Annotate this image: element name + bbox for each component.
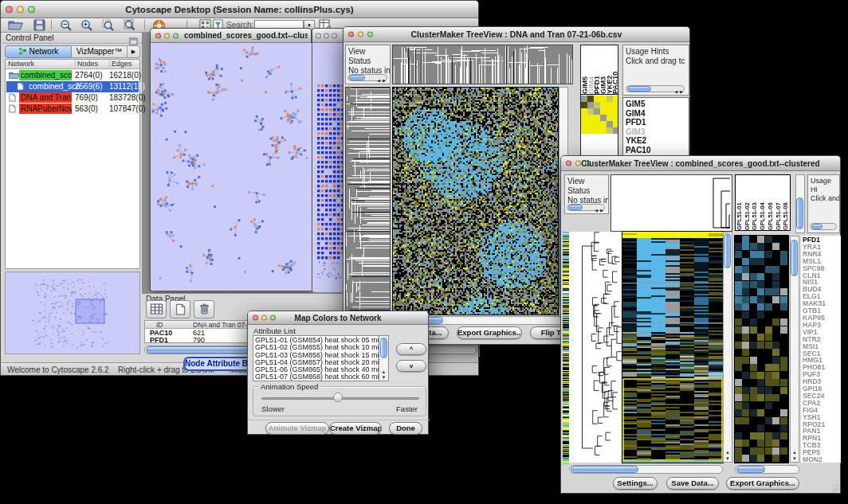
zoom-in-button[interactable] [79,19,95,32]
matrix-cell[interactable] [587,127,594,134]
heatmap[interactable] [622,232,723,463]
mini-scrollbar[interactable]: ◀ ▶ [347,74,387,81]
done-button[interactable]: Done [389,422,422,435]
mini-scrollbar[interactable] [810,223,837,230]
scrollbar-thumb[interactable] [349,75,365,80]
matrix-cell[interactable] [600,108,607,115]
close-icon[interactable] [6,6,13,13]
column-label[interactable]: GIM5 [581,45,587,94]
network-overview-canvas[interactable] [6,272,139,354]
minimize-icon[interactable] [324,33,329,38]
matrix-cell[interactable] [600,115,607,121]
scrollbar-thumb[interactable] [724,233,731,268]
mini-scrollbar[interactable]: ◀ ▶ [567,204,605,211]
zoom-hscrollbar[interactable] [735,465,799,474]
matrix-cell[interactable] [594,96,600,102]
scroll-up-icon[interactable]: ▲ [379,369,388,374]
array-column-label[interactable]: GPL51-06 (GSM865) [767,175,775,230]
col-id[interactable]: ID [156,321,163,329]
matrix-cell[interactable] [607,121,613,127]
network-list-row[interactable]: RNAPuberNov2+|563(0)107847(0) [6,104,139,115]
heatmap-hscrollbar[interactable] [569,465,723,474]
matrix-cell[interactable] [613,96,618,102]
dialog-titlebar[interactable]: Map Colors to Network [248,311,428,325]
zoom-selected-button[interactable] [100,19,116,32]
column-label[interactable]: PAC10 [611,45,618,94]
heatmap-vscrollbar[interactable]: ▲ ▼ [723,232,732,463]
matrix-cell[interactable] [594,127,600,134]
scrollbar-thumb[interactable] [811,224,822,229]
matrix-cell[interactable] [587,108,594,115]
array-column-label[interactable]: GPL51-03 (GSM856) [751,175,759,230]
attribute-list[interactable]: GPL51-01 (GSM854) heat shock 05 minGPL51… [253,335,389,381]
gene-label[interactable]: PFD1 [626,118,686,127]
gene-label[interactable]: YKE2 [626,136,686,146]
matrix-cell[interactable] [607,102,613,108]
scroll-up-icon[interactable]: ▲ [724,450,732,455]
array-column-label[interactable]: GPL51-04 (GSM857) [759,175,767,230]
matrix-cell[interactable] [581,108,587,115]
matrix-cell[interactable] [594,108,600,115]
labels-vscrollbar[interactable] [795,174,805,233]
scroll-left-icon[interactable]: ◀ [674,87,677,96]
zoom-window-icon[interactable] [173,33,179,38]
column-label[interactable]: GIM3 [599,45,606,94]
matrix-cell[interactable] [607,127,613,134]
scroll-right-icon[interactable]: ▶ [600,205,603,214]
window-controls[interactable] [316,33,337,38]
tabs-overflow-button[interactable]: ▶ [128,45,140,58]
scroll-left-icon[interactable]: ◀ [595,205,598,214]
matrix-cell[interactable] [587,115,594,121]
gene-label[interactable]: PAC10 [626,146,686,155]
matrix-cell[interactable] [587,96,594,102]
resize-grip[interactable] [830,483,839,492]
col-nodes[interactable]: Nodes [75,60,98,68]
array-column-label[interactable]: GPL51-01 (GSM854) [736,175,744,230]
scrollbar-thumb[interactable] [736,466,765,473]
network-grid-titlebar[interactable] [312,29,344,43]
speed-slider-thumb[interactable] [333,393,343,402]
treeview1-titlebar[interactable]: ClusterMaker TreeView : DNA and Tran 07-… [344,27,689,42]
close-icon[interactable] [253,315,258,321]
global-overview-strip[interactable] [563,232,569,464]
col-edges[interactable]: Edges [109,60,132,68]
matrix-cell[interactable] [600,96,607,102]
matrix-cell[interactable] [613,121,618,127]
row-dendrogram[interactable] [345,87,391,315]
matrix-cell[interactable] [607,108,613,115]
matrix-cell[interactable] [581,121,587,127]
attribute-item[interactable]: GPL51-07 (GSM868) heat shock 60 min [253,373,378,381]
show-table-button[interactable] [146,300,167,318]
scroll-right-icon[interactable]: ▶ [383,76,386,84]
scroll-left-icon[interactable]: ◀ [377,76,380,84]
network-view-titlebar[interactable]: combined_scores_good.txt--cluste... [151,29,311,43]
column-dendrogram[interactable] [392,45,573,84]
treeview-button[interactable]: Settings... [613,477,658,490]
matrix-cell[interactable] [613,108,618,115]
gene-label[interactable]: GIM4 [626,109,686,119]
matrix-cell[interactable] [587,102,594,108]
treeview-button[interactable]: Save Data... [666,477,719,490]
matrix-cell[interactable] [607,96,613,102]
tab-network[interactable]: Network [5,45,72,58]
summary-heatmap[interactable] [581,96,618,134]
network-list-row[interactable]: DNA and Tran 07769(0)183728(0) [6,92,139,104]
scrollbar-thumb[interactable] [627,86,651,92]
treeview-button[interactable]: Export Graphics... [457,326,522,339]
matrix-cell[interactable] [594,102,600,108]
main-titlebar[interactable]: Cytoscape Desktop (Session Name: collins… [1,1,478,18]
mini-scrollbar[interactable]: ◀ ▶ [626,85,685,92]
network-grid-canvas[interactable] [313,43,345,292]
col-network[interactable]: Network [8,60,34,68]
gene-label[interactable]: GIM3 [626,127,686,137]
network-canvas[interactable] [151,43,312,291]
new-attribute-button[interactable] [170,300,190,318]
scroll-down-icon[interactable]: ▼ [724,456,732,461]
scrollbar-thumb[interactable] [568,205,583,210]
array-column-label[interactable]: GPL51-08 (GSM872) [782,175,790,230]
gene-label[interactable]: MON2 [803,456,839,463]
move-up-button[interactable]: ^ [396,343,426,355]
matrix-cell[interactable] [600,121,607,127]
row-dendrogram[interactable] [569,232,622,463]
matrix-cell[interactable] [594,115,600,121]
